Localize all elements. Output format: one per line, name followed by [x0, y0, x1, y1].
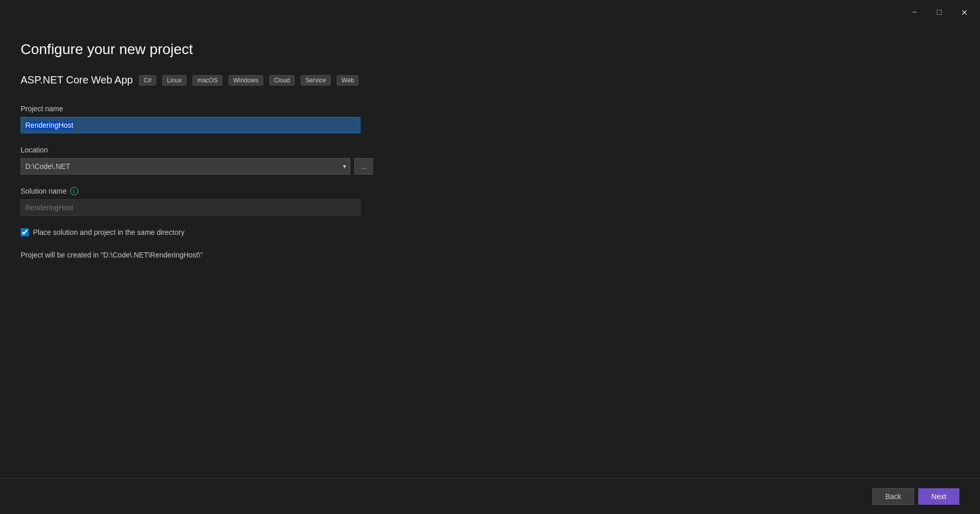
- tag-service: Service: [301, 75, 331, 85]
- info-icon[interactable]: i: [70, 187, 78, 195]
- tag-csharp: C#: [139, 75, 156, 85]
- location-label: Location: [21, 146, 949, 154]
- tag-web: Web: [337, 75, 358, 85]
- back-button[interactable]: Back: [872, 488, 914, 505]
- location-row: D:\Code\.NET ...: [21, 158, 949, 175]
- minimize-button[interactable]: −: [903, 4, 926, 21]
- checkbox-label[interactable]: Place solution and project in the same d…: [33, 228, 184, 236]
- project-name-input[interactable]: [21, 117, 360, 133]
- next-button[interactable]: Next: [918, 488, 959, 505]
- project-name-label: Project name: [21, 105, 949, 113]
- tag-windows: Windows: [229, 75, 263, 85]
- page-title: Configure your new project: [21, 41, 949, 58]
- solution-name-section: Solution name i: [21, 187, 949, 216]
- solution-name-label: Solution name i: [21, 187, 949, 195]
- location-wrapper: D:\Code\.NET: [21, 158, 350, 175]
- tag-linux: Linux: [162, 75, 186, 85]
- browse-button[interactable]: ...: [354, 158, 373, 175]
- checkbox-row: Place solution and project in the same d…: [21, 228, 949, 236]
- tag-cloud: Cloud: [269, 75, 295, 85]
- project-type-header: ASP.NET Core Web App C# Linux macOS Wind…: [21, 74, 949, 86]
- same-directory-checkbox[interactable]: [21, 228, 29, 236]
- project-type-name: ASP.NET Core Web App: [21, 74, 133, 86]
- location-select[interactable]: D:\Code\.NET: [21, 158, 350, 175]
- close-button[interactable]: ✕: [952, 4, 976, 21]
- main-content: Configure your new project ASP.NET Core …: [0, 21, 980, 514]
- solution-name-input[interactable]: [21, 199, 360, 216]
- title-bar: − □ ✕: [903, 0, 980, 21]
- location-section: Location D:\Code\.NET ...: [21, 146, 949, 175]
- bottom-bar: Back Next: [0, 478, 980, 514]
- tag-macos: macOS: [193, 75, 222, 85]
- restore-button[interactable]: □: [927, 4, 951, 21]
- project-name-section: Project name: [21, 105, 949, 133]
- project-path-info: Project will be created in "D:\Code\.NET…: [21, 251, 949, 259]
